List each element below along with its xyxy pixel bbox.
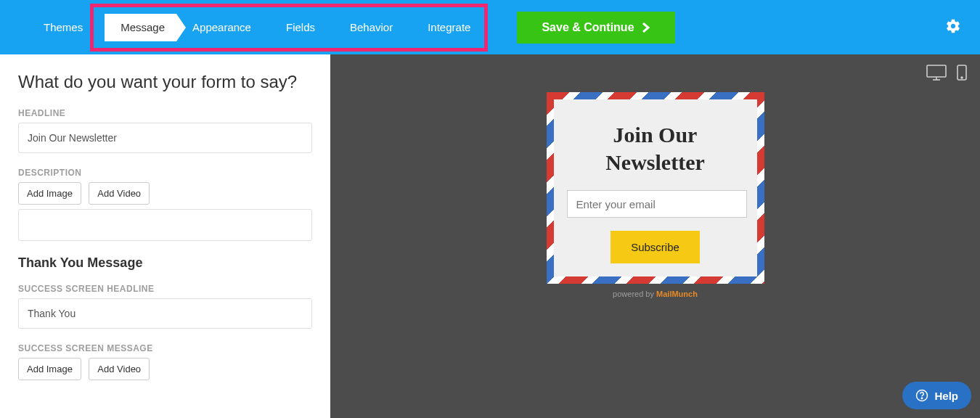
preview-title-line1: Join Our — [613, 123, 698, 147]
svg-point-6 — [922, 398, 923, 399]
success-headline-input[interactable] — [18, 298, 312, 329]
help-label: Help — [934, 390, 958, 402]
tab-themes[interactable]: Themes — [36, 21, 90, 33]
top-toolbar: Themes Message Appearance Fields Behavio… — [0, 0, 980, 54]
preview-email-input[interactable] — [567, 190, 747, 218]
tab-fields[interactable]: Fields — [279, 21, 322, 33]
preview-title-line2: Newsletter — [605, 150, 705, 174]
tab-appearance[interactable]: Appearance — [185, 21, 258, 33]
desktop-icon[interactable] — [926, 65, 947, 83]
editor-panel: What do you want your form to say? HEADL… — [0, 54, 330, 418]
description-editor[interactable] — [18, 209, 312, 241]
add-image-button-2[interactable]: Add Image — [18, 358, 81, 380]
powered-by-text: powered by — [613, 290, 656, 298]
success-headline-label: SUCCESS SCREEN HEADLINE — [18, 284, 312, 294]
help-button[interactable]: Help — [902, 382, 971, 409]
main-area: What do you want your form to say? HEADL… — [0, 54, 980, 418]
preview-subscribe-button[interactable]: Subscribe — [611, 231, 700, 263]
tab-behavior[interactable]: Behavior — [343, 21, 400, 33]
preview-title: Join Our Newsletter — [567, 121, 744, 176]
preview-card-wrap: Join Our Newsletter Subscribe powered by… — [547, 92, 764, 418]
headline-input[interactable] — [18, 123, 312, 153]
gear-icon[interactable] — [945, 18, 961, 37]
svg-rect-0 — [927, 65, 946, 77]
tab-message[interactable]: Message — [105, 14, 176, 41]
add-image-button[interactable]: Add Image — [18, 182, 81, 205]
headline-label: HEADLINE — [18, 108, 312, 118]
preview-panel: Join Our Newsletter Subscribe powered by… — [330, 54, 980, 418]
description-toolbar: Add Image Add Video — [18, 182, 312, 209]
tab-integrate[interactable]: Integrate — [420, 21, 478, 33]
save-continue-button[interactable]: Save & Continue — [517, 12, 674, 44]
mobile-icon[interactable] — [957, 65, 967, 83]
highlighted-tabs-box: Message Appearance Fields Behavior Integ… — [90, 4, 488, 52]
thank-you-heading: Thank You Message — [18, 255, 312, 271]
success-message-label: SUCCESS SCREEN MESSAGE — [18, 343, 312, 353]
device-toggle — [926, 65, 967, 83]
description-label: DESCRIPTION — [18, 168, 312, 178]
preview-card: Join Our Newsletter Subscribe — [547, 92, 764, 284]
powered-by: powered by MailMunch — [547, 290, 764, 298]
add-video-button-2[interactable]: Add Video — [89, 358, 150, 380]
add-video-button[interactable]: Add Video — [89, 182, 150, 205]
chevron-right-icon — [642, 22, 650, 33]
save-label: Save & Continue — [542, 21, 634, 34]
svg-point-4 — [961, 77, 963, 78]
powered-by-brand[interactable]: MailMunch — [656, 290, 698, 298]
page-title: What do you want your form to say? — [18, 72, 312, 92]
help-icon — [915, 389, 928, 402]
success-message-toolbar: Add Image Add Video — [18, 358, 312, 385]
